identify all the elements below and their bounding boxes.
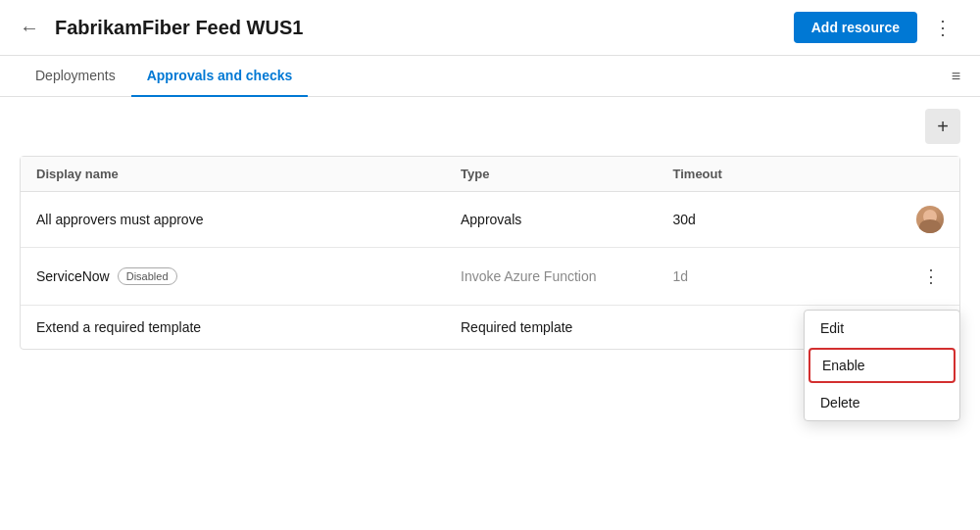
- table-row: ServiceNow Disabled Invoke Azure Functio…: [21, 248, 959, 306]
- tabs-left: Deployments Approvals and checks: [20, 56, 308, 96]
- header-more-button[interactable]: ⋮: [925, 12, 960, 43]
- cell-display-name-1: All approvers must approve: [36, 212, 461, 227]
- col-header-actions: [885, 167, 944, 181]
- disabled-badge: Disabled: [118, 267, 177, 285]
- back-button[interactable]: ←: [16, 13, 43, 43]
- col-header-type: Type: [461, 167, 673, 181]
- context-menu-item-enable[interactable]: Enable: [808, 348, 956, 383]
- page-header: ← FabrikamFiber Feed WUS1 Add resource ⋮: [0, 0, 980, 56]
- context-menu: Edit Enable Delete: [804, 310, 960, 421]
- cell-type-3: Required template: [461, 319, 673, 335]
- row-actions-2: ⋮: [885, 262, 944, 291]
- filter-icon[interactable]: ≡: [952, 68, 960, 85]
- table-header: Display name Type Timeout: [21, 157, 959, 192]
- cell-timeout-1: 30d: [673, 212, 886, 227]
- context-menu-item-edit[interactable]: Edit: [805, 311, 959, 346]
- col-header-timeout: Timeout: [673, 167, 886, 181]
- row-actions-1: [885, 206, 944, 233]
- header-left: ← FabrikamFiber Feed WUS1: [16, 13, 303, 43]
- toolbar: +: [0, 97, 980, 156]
- cell-display-name-3: Extend a required template: [36, 319, 461, 335]
- tab-deployments[interactable]: Deployments: [20, 56, 131, 97]
- cell-display-name-2: ServiceNow Disabled: [36, 267, 461, 285]
- context-menu-item-delete[interactable]: Delete: [805, 385, 959, 420]
- tab-approvals-and-checks[interactable]: Approvals and checks: [131, 56, 309, 97]
- avatar: [916, 206, 944, 233]
- cell-type-2: Invoke Azure Function: [461, 268, 673, 284]
- header-right: Add resource ⋮: [794, 12, 960, 43]
- cell-timeout-2: 1d: [673, 268, 886, 284]
- cell-type-1: Approvals: [461, 212, 673, 227]
- add-check-button[interactable]: +: [925, 109, 960, 144]
- tabs-bar: Deployments Approvals and checks ≡: [0, 56, 980, 97]
- col-header-display-name: Display name: [36, 167, 461, 181]
- add-resource-button[interactable]: Add resource: [794, 12, 917, 43]
- row-more-button-2[interactable]: ⋮: [918, 262, 944, 291]
- page-title: FabrikamFiber Feed WUS1: [55, 17, 303, 39]
- table-row: All approvers must approve Approvals 30d: [21, 192, 959, 248]
